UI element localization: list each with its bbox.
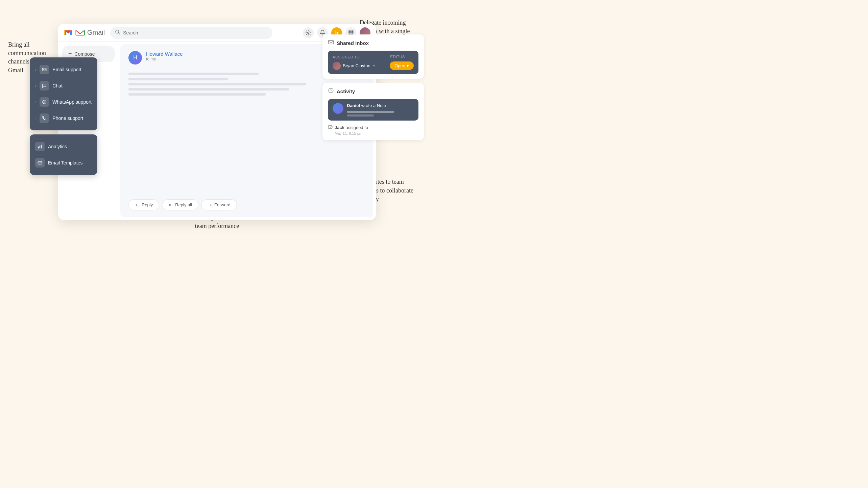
- search-placeholder: Search: [123, 30, 268, 35]
- chat-label: Chat: [52, 83, 63, 88]
- activity-title: Activity: [337, 88, 355, 94]
- activity-note-text: Daniel wrote a Note: [347, 103, 414, 108]
- gmail-logo-icon: [64, 28, 73, 37]
- person-name: Bryan Clayton: [343, 63, 370, 68]
- email-actions: Reply Reply all: [128, 199, 365, 210]
- gmail-m-logo: [75, 29, 85, 36]
- svg-rect-6: [351, 30, 352, 32]
- forward-label: Forward: [214, 202, 231, 207]
- channels-panel: › Email support › Chat ›: [30, 57, 97, 130]
- assigned-row: Assigned to Bryan Clayton ▾ Status Open …: [328, 51, 418, 74]
- email-templates-icon: [35, 158, 45, 168]
- svg-rect-22: [328, 126, 332, 128]
- reply-all-button[interactable]: Reply all: [162, 199, 198, 210]
- email-line-3: [128, 83, 306, 85]
- note-author: Daniel: [347, 103, 360, 108]
- analytics-item[interactable]: Analytics: [30, 138, 97, 155]
- chevron-right-icon-2: ›: [35, 84, 36, 88]
- chevron-right-icon-4: ›: [35, 117, 36, 120]
- svg-rect-8: [348, 32, 350, 33]
- compose-label: Compose: [75, 51, 95, 57]
- shared-inbox-title: Shared Inbox: [337, 40, 369, 46]
- status-value: Open: [394, 63, 405, 68]
- shared-inbox-card: Shared Inbox Assigned to Bryan Clayton ▾…: [322, 34, 424, 79]
- channel-item-phone[interactable]: › Phone support: [30, 110, 97, 126]
- email-templates-item[interactable]: Email Templates: [30, 155, 97, 171]
- status-col: Status Open ▾: [390, 55, 414, 70]
- reply-button[interactable]: Reply: [128, 199, 159, 210]
- assign-inbox-icon: [328, 125, 333, 130]
- chat-channel-icon: [40, 81, 49, 91]
- activity-note: Daniel wrote a Note: [328, 99, 418, 121]
- email-templates-label: Email Templates: [48, 160, 82, 165]
- svg-rect-18: [41, 145, 42, 149]
- shared-inbox-header: Shared Inbox: [328, 39, 418, 47]
- svg-rect-7: [352, 30, 354, 32]
- activity-icon: [328, 87, 334, 95]
- gmail-search-bar[interactable]: Search: [110, 27, 272, 39]
- gmail-title: Gmail: [87, 29, 105, 36]
- status-badge[interactable]: Open ▾: [390, 61, 414, 70]
- channel-item-email[interactable]: › Email support: [30, 61, 97, 78]
- activity-assign-row: Jack assigned to: [328, 125, 418, 130]
- svg-rect-5: [348, 30, 350, 32]
- activity-header: Activity: [328, 87, 418, 95]
- svg-rect-17: [40, 146, 40, 148]
- daniel-avatar: [333, 103, 343, 114]
- bryan-avatar: [333, 62, 341, 70]
- sender-avatar: H: [128, 51, 142, 65]
- right-panel: Shared Inbox Assigned to Bryan Clayton ▾…: [322, 34, 424, 140]
- whatsapp-support-label: WhatsApp support: [52, 99, 91, 105]
- channel-item-whatsapp[interactable]: › WhatsApp support: [30, 94, 97, 110]
- analytics-label: Analytics: [48, 144, 67, 149]
- reply-all-label: Reply all: [175, 202, 192, 207]
- note-bar-2: [347, 114, 374, 117]
- svg-rect-16: [38, 147, 39, 148]
- channel-item-chat[interactable]: › Chat: [30, 78, 97, 94]
- svg-rect-14: [43, 68, 47, 71]
- svg-rect-9: [351, 32, 352, 33]
- svg-rect-10: [352, 32, 354, 33]
- email-line-1: [128, 73, 259, 75]
- svg-rect-20: [329, 41, 334, 44]
- analytics-icon: [35, 142, 45, 151]
- email-channel-icon: [40, 65, 49, 74]
- chevron-down-icon: ▾: [373, 64, 375, 68]
- activity-note-content: Daniel wrote a Note: [347, 103, 414, 117]
- main-wrapper: Bring all communication channels inside …: [0, 0, 434, 244]
- status-label: Status: [390, 55, 414, 59]
- svg-rect-19: [38, 161, 42, 164]
- shared-inbox-icon: [328, 39, 334, 47]
- jack-name: Jack: [335, 125, 344, 130]
- chevron-right-icon: ›: [35, 68, 36, 72]
- gmail-logo: Gmail: [64, 28, 105, 37]
- search-icon: [115, 29, 120, 36]
- svg-point-4: [308, 32, 309, 33]
- assigned-to-col: Assigned to Bryan Clayton ▾: [333, 55, 375, 70]
- note-bar-1: [347, 111, 394, 113]
- phone-channel-icon: [40, 113, 49, 123]
- status-chevron-icon: ▾: [407, 63, 409, 68]
- phone-support-label: Phone support: [52, 115, 83, 121]
- sender-info: Howard Wallace to me: [146, 51, 183, 61]
- assigned-person[interactable]: Bryan Clayton ▾: [333, 62, 375, 70]
- activity-timestamp: May 11, 8:15 pm: [335, 131, 418, 135]
- assign-text: Jack assigned to: [335, 125, 368, 130]
- reply-label: Reply: [142, 202, 153, 207]
- sender-to: to me: [146, 57, 183, 61]
- email-line-5: [128, 93, 266, 96]
- forward-button[interactable]: Forward: [201, 199, 237, 210]
- email-line-2: [128, 78, 228, 80]
- gear-icon-button[interactable]: [303, 27, 314, 38]
- activity-card: Activity Daniel wrote a Note: [322, 83, 424, 140]
- email-support-label: Email support: [52, 67, 81, 72]
- sender-name: Howard Wallace: [146, 51, 183, 57]
- whatsapp-channel-icon: [40, 97, 49, 107]
- compose-plus-icon: +: [68, 50, 72, 57]
- chevron-right-icon-3: ›: [35, 100, 36, 104]
- svg-point-15: [43, 100, 46, 104]
- analytics-panel: Analytics Email Templates: [30, 134, 97, 175]
- assigned-to-label: Assigned to: [333, 55, 375, 59]
- email-line-4: [128, 88, 289, 91]
